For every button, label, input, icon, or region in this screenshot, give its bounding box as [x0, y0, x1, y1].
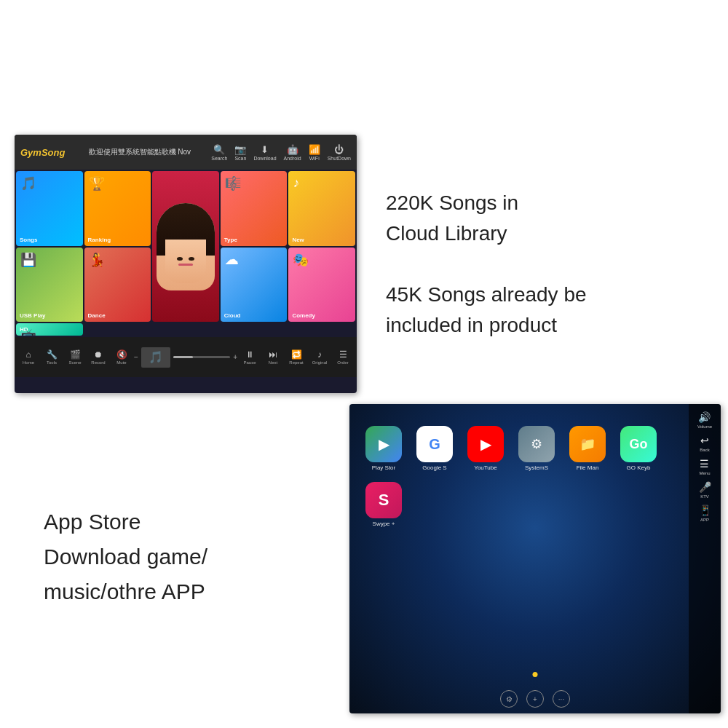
volume-up-icon: + — [233, 353, 237, 361]
karaoke-topbar: GymSong 歡迎使用雙系統智能點歌機 Nov 🔍Search 📷Scan ⬇… — [15, 135, 357, 170]
record-button[interactable]: ⏺Record — [87, 349, 109, 365]
playstore-icon: ▶ — [365, 426, 402, 462]
google-icon: G — [416, 426, 453, 462]
gokeyboard-icon: Go — [620, 426, 657, 462]
android-sidebar: 🔊Volume ↩Back ☰Menu 🎤KTV 📱APP — [689, 404, 721, 713]
home-button[interactable]: ⌂Home — [17, 349, 39, 365]
search-icon[interactable]: 🔍Search — [211, 144, 227, 161]
face-shape — [157, 203, 215, 290]
progress-area: − 🎵 + — [134, 347, 237, 368]
face-features — [165, 240, 206, 283]
tile-songs-label: Songs — [20, 237, 37, 243]
app-sidebar-button[interactable]: 📱APP — [699, 505, 711, 522]
scene-button[interactable]: 🎬Scene — [64, 349, 86, 365]
tile-new-label: New — [292, 237, 304, 243]
settings-icon: ⚙ — [518, 426, 555, 462]
google-label: Google S — [422, 464, 446, 471]
appstore-line1: App Store — [44, 505, 306, 539]
shutdown-icon[interactable]: ⏻ShutDown — [328, 144, 351, 161]
order-button[interactable]: ☰Order — [332, 349, 354, 365]
volume-down-icon: − — [134, 353, 138, 361]
volume-sidebar-button[interactable]: 🔊Volume — [697, 411, 712, 429]
eyes — [177, 257, 194, 261]
gokeyboard-label: GO Keyb — [627, 464, 651, 471]
info-panel: 220K Songs in Cloud Library 45K Songs al… — [379, 135, 713, 393]
tile-cloud[interactable]: ☁ Cloud — [221, 248, 288, 323]
progress-fill — [173, 356, 193, 358]
page-indicator-dot — [533, 672, 538, 677]
tile-hd[interactable]: 📺 HD — [16, 323, 83, 336]
appstore-text: App Store Download game/ music/othre APP — [44, 505, 306, 609]
tile-ranking-label: Ranking — [88, 237, 111, 243]
appstore-panel: App Store Download game/ music/othre APP — [15, 411, 335, 703]
karaoke-bottombar: ⌂Home 🔧Tools 🎬Scene ⏺Record 🔇Mute − 🎵 + … — [15, 337, 357, 377]
tile-cloud-label: Cloud — [224, 312, 241, 319]
repeat-button[interactable]: 🔁Repeat — [285, 349, 307, 365]
settings-label: SystemS — [525, 464, 548, 471]
comedy-icon: 🎭 — [293, 252, 309, 268]
progress-bar[interactable] — [173, 356, 230, 358]
next-button[interactable]: ⏭Next — [262, 349, 284, 365]
app-google[interactable]: G Google S — [412, 426, 457, 471]
dance-icon: 💃 — [89, 252, 105, 268]
playstore-label: Play Stor — [372, 464, 395, 471]
app-settings[interactable]: ⚙ SystemS — [514, 426, 559, 471]
app-youtube[interactable]: ▶ YouTube — [463, 426, 508, 471]
info-text: 220K Songs in Cloud Library 45K Songs al… — [386, 188, 587, 341]
settings-circle-button[interactable]: ⚙ — [500, 690, 518, 708]
appstore-line3: music/othre APP — [44, 574, 306, 609]
song-thumbnail: 🎵 — [141, 347, 170, 368]
wifi-icon[interactable]: 📶WiFi — [309, 144, 320, 161]
karaoke-logo: GymSong — [20, 147, 65, 158]
scan-icon[interactable]: 📷Scan — [234, 144, 246, 161]
tile-face — [152, 171, 219, 322]
back-sidebar-button[interactable]: ↩Back — [700, 435, 709, 452]
info-line1: 220K Songs in — [386, 188, 587, 218]
info-line3: 45K Songs already be — [386, 280, 587, 310]
tile-usb[interactable]: 💾 USB Play — [16, 248, 83, 323]
ktv-sidebar-button[interactable]: 🎤KTV — [699, 481, 711, 499]
tile-comedy-label: Comedy — [292, 312, 315, 319]
add-circle-button[interactable]: + — [526, 690, 544, 708]
youtube-icon: ▶ — [467, 426, 504, 462]
filemanager-label: File Man — [577, 464, 599, 471]
face-placeholder — [152, 171, 219, 322]
tile-type[interactable]: 🎼 Type — [221, 171, 288, 246]
android-bottom-controls: ⚙ + ··· — [500, 690, 570, 708]
filemanager-icon: 📁 — [569, 426, 606, 462]
tile-songs[interactable]: 🎵 Songs — [16, 171, 83, 246]
tile-comedy[interactable]: 🎭 Comedy — [288, 248, 355, 323]
pause-button[interactable]: ⏸Pause — [239, 349, 261, 365]
info-line4: included in product — [386, 310, 587, 341]
tools-button[interactable]: 🔧Tools — [41, 349, 63, 365]
logo-song: Song — [41, 147, 66, 158]
app-playstore[interactable]: ▶ Play Stor — [361, 426, 406, 471]
android-apps-row1: ▶ Play Stor G Google S ▶ YouTube ⚙ Syste… — [349, 404, 721, 478]
info-line2: Cloud Library — [386, 218, 587, 249]
app-filemanager[interactable]: 📁 File Man — [565, 426, 610, 471]
download-icon[interactable]: ⬇Download — [253, 144, 276, 161]
tile-dance[interactable]: 💃 Dance — [84, 248, 151, 323]
karaoke-top-icons: 🔍Search 📷Scan ⬇Download 🤖Android 📶WiFi ⏻… — [211, 144, 351, 161]
mute-button[interactable]: 🔇Mute — [111, 349, 132, 365]
more-circle-button[interactable]: ··· — [553, 690, 570, 708]
logo-gym: Gym — [20, 147, 41, 158]
hd-icon: 📺 — [20, 328, 36, 336]
swype-icon: S — [365, 482, 402, 518]
tile-usb-label: USB Play — [20, 312, 46, 319]
original-button[interactable]: ♪Original — [309, 349, 331, 365]
karaoke-title: 歡迎使用雙系統智能點歌機 Nov — [72, 147, 207, 157]
ranking-icon: 🏆 — [89, 175, 105, 191]
app-swype[interactable]: S Swype + — [361, 482, 406, 527]
tile-ranking[interactable]: 🏆 Ranking — [84, 171, 151, 246]
youtube-label: YouTube — [474, 464, 496, 471]
android-screen: ▶ Play Stor G Google S ▶ YouTube ⚙ Syste… — [349, 404, 721, 713]
tile-new[interactable]: ♪ New — [288, 171, 355, 246]
menu-sidebar-button[interactable]: ☰Menu — [699, 458, 710, 475]
android-icon[interactable]: 🤖Android — [284, 144, 301, 161]
appstore-line2: Download game/ — [44, 539, 306, 574]
android-apps-row2: S Swype + — [349, 478, 721, 534]
type-icon: 🎼 — [225, 175, 241, 191]
app-gokeyboard[interactable]: Go GO Keyb — [616, 426, 661, 471]
swype-label: Swype + — [373, 521, 395, 527]
